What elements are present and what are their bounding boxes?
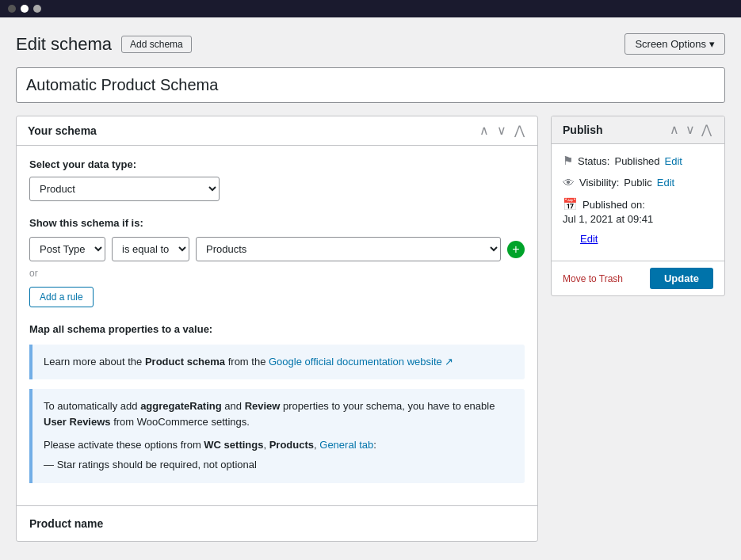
update-button[interactable]: Update [650,268,713,289]
warning-list-item: Star ratings should be required, not opt… [44,457,514,474]
collapse-down-button[interactable]: ∨ [495,124,508,137]
google-docs-link[interactable]: Google official documentation website ↗ [269,356,453,368]
publish-controls: ∧ ∨ ⋀ [668,124,713,136]
product-schema-bold: Product schema [145,356,225,368]
columns-layout: Your schema ∧ ∨ ⋀ Select your data type:… [16,116,725,554]
product-name-label: Product name [29,517,103,530]
product-name-section: Product name [17,505,537,541]
published-value: Jul 1, 2021 at 09:41 [563,213,653,225]
add-condition-button[interactable]: + [507,241,525,258]
info-box: Learn more about the Product schema from… [29,345,525,379]
titlebar-dot-red [8,5,16,13]
publish-header: Publish ∧ ∨ ⋀ [552,116,724,144]
titlebar-dot-white [21,5,29,13]
review-bold: Review [245,400,281,412]
status-label: Status: [578,155,609,167]
aggregate-rating-bold: aggregateRating [140,400,222,412]
expand-button[interactable]: ⋀ [513,124,526,137]
publish-body: ⚑ Status: Published Edit 👁 Visibility: P… [552,144,724,261]
page-header: Edit schema Add schema Screen Options ▾ [16,33,725,55]
screen-options-label: Screen Options [635,38,706,50]
show-schema-label: Show this schema if is: [29,217,525,229]
data-type-select[interactable]: Product [29,177,220,201]
right-column: Publish ∧ ∨ ⋀ ⚑ Status: Publis [551,116,725,296]
metabox-title: Your schema [28,124,97,137]
warning-text-2: Please activate these options from WC se… [44,437,514,454]
data-type-label: Select your data type: [29,158,525,170]
warning-list: Star ratings should be required, not opt… [44,457,514,474]
general-tab-link[interactable]: General tab [319,439,373,451]
publish-status-row: ⚑ Status: Published Edit [563,154,713,168]
status-edit-link[interactable]: Edit [665,155,682,167]
status-icon: ⚑ [563,154,573,168]
add-rule-button[interactable]: Add a rule [29,287,94,307]
schema-metabox: Your schema ∧ ∨ ⋀ Select your data type:… [16,116,538,542]
publish-title: Publish [563,124,603,136]
publish-metabox: Publish ∧ ∨ ⋀ ⚑ Status: Publis [551,116,725,296]
visibility-icon: 👁 [563,176,575,189]
move-to-trash-button[interactable]: Move to Trash [563,273,623,284]
map-section-label: Map all schema properties to a value: [29,323,525,335]
publish-collapse-down[interactable]: ∨ [684,124,697,136]
chevron-down-icon: ▾ [709,38,715,50]
schema-title-input[interactable] [16,67,725,103]
published-edit-link[interactable]: Edit [580,233,598,245]
metabox-header[interactable]: Your schema ∧ ∨ ⋀ [17,116,537,146]
info-text-before: Learn more about the [44,356,145,368]
or-label: or [29,268,525,279]
add-schema-button[interactable]: Add schema [121,36,192,53]
condition-value-select[interactable]: Products [196,237,501,261]
titlebar [0,0,741,17]
calendar-icon: 📅 [563,197,578,211]
visibility-value: Public [624,177,651,189]
publish-footer: Move to Trash Update [552,261,724,295]
visibility-edit-link[interactable]: Edit [657,177,674,189]
left-column: Your schema ∧ ∨ ⋀ Select your data type:… [16,116,538,554]
metabox-body: Select your data type: Product Show this… [17,146,537,505]
wc-settings-bold: WC settings [204,439,263,451]
publish-date-row: 📅 Published on: Jul 1, 2021 at 09:41 [563,197,713,225]
collapse-up-button[interactable]: ∧ [478,124,491,137]
screen-options-button[interactable]: Screen Options ▾ [625,33,725,55]
user-reviews-bold: User Reviews [44,416,111,428]
published-label: Published on: [582,199,645,211]
visibility-label: Visibility: [579,177,619,189]
info-text-middle: from the [225,356,269,368]
condition-field-select[interactable]: Post Type [29,237,105,261]
metabox-controls: ∧ ∨ ⋀ [478,124,526,137]
publish-visibility-row: 👁 Visibility: Public Edit [563,176,713,189]
products-bold: Products [269,439,314,451]
warning-text-1: To automatically add aggregateRating and… [44,398,514,432]
main-content: Edit schema Add schema Screen Options ▾ … [0,17,741,560]
wp-admin: Edit schema Add schema Screen Options ▾ … [0,17,741,560]
publish-expand[interactable]: ⋀ [700,124,713,136]
publish-collapse-up[interactable]: ∧ [668,124,681,136]
page-title: Edit schema [16,34,112,55]
status-value: Published [614,155,659,167]
rule-row: Post Type is equal to Products + [29,237,525,261]
titlebar-dot-light [33,5,41,13]
warning-box: To automatically add aggregateRating and… [29,389,525,483]
condition-operator-select[interactable]: is equal to [112,237,189,261]
page-title-area: Edit schema Add schema [16,34,192,55]
